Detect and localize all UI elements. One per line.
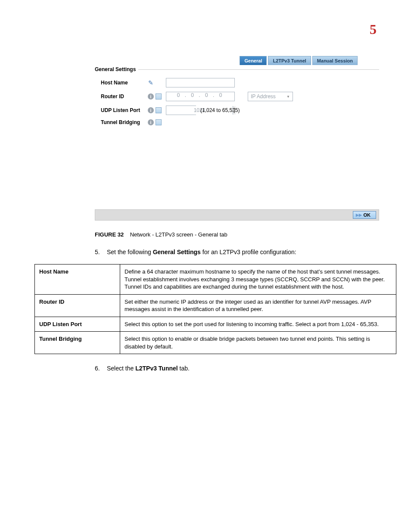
cell-name: Tunnel Bridging	[35, 332, 120, 354]
chapter-number: 5	[370, 22, 377, 37]
row-udp-listen-port: UDP Listen Port i ▲ ▼ (1,024 to 65,535)	[101, 106, 379, 115]
step-5: 5. Set the following General Settings fo…	[95, 249, 377, 255]
row-host-name: Host Name ✎	[101, 78, 379, 87]
step-text-post: for an L2TPv3 profile configuration:	[201, 249, 296, 255]
tab-manual-session[interactable]: Manual Session	[312, 56, 358, 65]
row-router-id: Router ID i 0 . 0 . 0 . 0 IP Address ▼	[101, 92, 379, 101]
tab-row: General L2TPv3 Tunnel Manual Session	[95, 56, 379, 65]
udp-port-checkbox[interactable]	[156, 107, 162, 113]
label-udp-listen-port: UDP Listen Port	[101, 107, 146, 113]
info-icon: i	[148, 107, 154, 113]
cell-desc: Set either the numeric IP address or the…	[120, 294, 396, 317]
label-tunnel-bridging: Tunnel Bridging	[101, 119, 146, 125]
step-text-post: tab.	[178, 365, 190, 372]
footer-bar: ▶▶ OK	[95, 209, 379, 221]
settings-description-table: Host Name Define a 64 character maximum …	[34, 264, 396, 354]
fieldset-legend: General Settings	[95, 66, 138, 72]
udp-port-spinner[interactable]: ▲ ▼	[166, 106, 196, 115]
router-id-checkbox[interactable]	[156, 93, 162, 100]
table-row: Tunnel Bridging Select this option to en…	[35, 332, 396, 354]
udp-port-range: (1,024 to 65,535)	[200, 107, 240, 113]
router-id-ip-input[interactable]: 0 . 0 . 0 . 0	[166, 92, 235, 101]
label-host-name: Host Name	[101, 80, 146, 86]
play-icon: ▶▶	[356, 213, 362, 217]
figure-text: Network - L2TPv3 screen - General tab	[130, 231, 227, 238]
cell-desc: Select this option to enable or disable …	[120, 332, 396, 354]
step-text-bold: General Settings	[153, 249, 201, 255]
screenshot-panel: General L2TPv3 Tunnel Manual Session Gen…	[95, 56, 379, 132]
figure-label: FIGURE 32	[95, 231, 124, 238]
step-6: 6. Select the L2TPv3 Tunnel tab.	[95, 365, 377, 372]
cell-name: UDP Listen Port	[35, 317, 120, 332]
step-number: 6.	[95, 365, 107, 372]
table-row: Host Name Define a 64 character maximum …	[35, 264, 396, 295]
figure-caption: FIGURE 32 Network - L2TPv3 screen - Gene…	[95, 231, 377, 238]
chevron-down-icon: ▼	[286, 95, 290, 99]
cell-desc: Define a 64 character maximum hostname t…	[120, 264, 396, 295]
dropdown-value: IP Address	[251, 93, 276, 100]
tab-l2tpv3-tunnel[interactable]: L2TPv3 Tunnel	[268, 56, 311, 65]
step-text-pre: Set the following	[107, 249, 153, 255]
step-text-pre: Select the	[107, 365, 135, 372]
cell-name: Router ID	[35, 294, 120, 317]
step-text-bold: L2TPv3 Tunnel	[135, 365, 178, 372]
info-icon: i	[148, 119, 154, 125]
host-name-input[interactable]	[166, 78, 235, 87]
ok-label: OK	[364, 212, 371, 218]
table-row: Router ID Set either the numeric IP addr…	[35, 294, 396, 317]
info-icon: i	[148, 93, 154, 100]
cell-desc: Select this option to set the port used …	[120, 317, 396, 332]
label-router-id: Router ID	[101, 93, 146, 100]
tunnel-bridging-checkbox[interactable]	[156, 119, 162, 125]
pencil-icon: ✎	[148, 79, 153, 86]
router-id-type-dropdown[interactable]: IP Address ▼	[248, 92, 293, 101]
table-row: UDP Listen Port Select this option to se…	[35, 317, 396, 332]
step-number: 5.	[95, 249, 107, 255]
row-tunnel-bridging: Tunnel Bridging i	[101, 119, 379, 125]
general-settings-fieldset: General Settings Host Name ✎ Router ID i…	[95, 69, 379, 132]
cell-name: Host Name	[35, 264, 120, 295]
tab-general[interactable]: General	[240, 56, 267, 65]
ok-button[interactable]: ▶▶ OK	[353, 211, 377, 219]
